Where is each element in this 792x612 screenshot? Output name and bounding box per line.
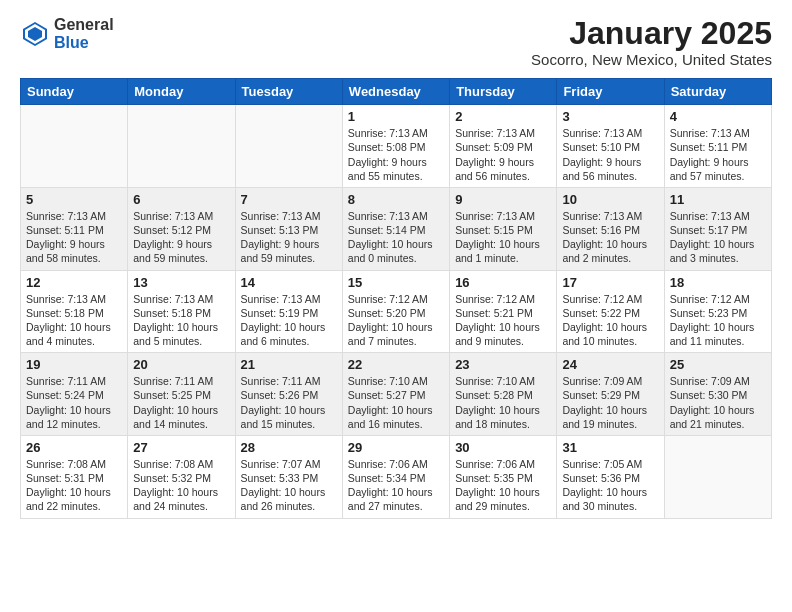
table-row: 22Sunrise: 7:10 AM Sunset: 5:27 PM Dayli…	[342, 353, 449, 436]
table-row: 10Sunrise: 7:13 AM Sunset: 5:16 PM Dayli…	[557, 187, 664, 270]
calendar-table: Sunday Monday Tuesday Wednesday Thursday…	[20, 78, 772, 518]
day-info: Sunrise: 7:13 AM Sunset: 5:18 PM Dayligh…	[26, 292, 122, 349]
day-info: Sunrise: 7:13 AM Sunset: 5:11 PM Dayligh…	[26, 209, 122, 266]
day-number: 27	[133, 440, 229, 455]
table-row: 6Sunrise: 7:13 AM Sunset: 5:12 PM Daylig…	[128, 187, 235, 270]
table-row	[21, 105, 128, 188]
table-row: 30Sunrise: 7:06 AM Sunset: 5:35 PM Dayli…	[450, 435, 557, 518]
day-number: 9	[455, 192, 551, 207]
calendar-week-row: 5Sunrise: 7:13 AM Sunset: 5:11 PM Daylig…	[21, 187, 772, 270]
table-row: 12Sunrise: 7:13 AM Sunset: 5:18 PM Dayli…	[21, 270, 128, 353]
day-number: 31	[562, 440, 658, 455]
day-number: 6	[133, 192, 229, 207]
header-friday: Friday	[557, 79, 664, 105]
logo-general-text: General	[54, 16, 114, 34]
day-info: Sunrise: 7:11 AM Sunset: 5:24 PM Dayligh…	[26, 374, 122, 431]
table-row: 14Sunrise: 7:13 AM Sunset: 5:19 PM Dayli…	[235, 270, 342, 353]
day-number: 14	[241, 275, 337, 290]
day-number: 19	[26, 357, 122, 372]
table-row	[664, 435, 771, 518]
day-info: Sunrise: 7:13 AM Sunset: 5:14 PM Dayligh…	[348, 209, 444, 266]
day-info: Sunrise: 7:13 AM Sunset: 5:16 PM Dayligh…	[562, 209, 658, 266]
logo-text: General Blue	[54, 16, 114, 51]
day-number: 17	[562, 275, 658, 290]
day-number: 2	[455, 109, 551, 124]
day-info: Sunrise: 7:08 AM Sunset: 5:32 PM Dayligh…	[133, 457, 229, 514]
day-info: Sunrise: 7:13 AM Sunset: 5:09 PM Dayligh…	[455, 126, 551, 183]
table-row: 11Sunrise: 7:13 AM Sunset: 5:17 PM Dayli…	[664, 187, 771, 270]
day-info: Sunrise: 7:12 AM Sunset: 5:21 PM Dayligh…	[455, 292, 551, 349]
weekday-header-row: Sunday Monday Tuesday Wednesday Thursday…	[21, 79, 772, 105]
table-row: 2Sunrise: 7:13 AM Sunset: 5:09 PM Daylig…	[450, 105, 557, 188]
table-row: 3Sunrise: 7:13 AM Sunset: 5:10 PM Daylig…	[557, 105, 664, 188]
header-saturday: Saturday	[664, 79, 771, 105]
table-row: 23Sunrise: 7:10 AM Sunset: 5:28 PM Dayli…	[450, 353, 557, 436]
table-row: 1Sunrise: 7:13 AM Sunset: 5:08 PM Daylig…	[342, 105, 449, 188]
day-info: Sunrise: 7:13 AM Sunset: 5:10 PM Dayligh…	[562, 126, 658, 183]
table-row: 8Sunrise: 7:13 AM Sunset: 5:14 PM Daylig…	[342, 187, 449, 270]
table-row: 16Sunrise: 7:12 AM Sunset: 5:21 PM Dayli…	[450, 270, 557, 353]
day-info: Sunrise: 7:07 AM Sunset: 5:33 PM Dayligh…	[241, 457, 337, 514]
header-tuesday: Tuesday	[235, 79, 342, 105]
day-info: Sunrise: 7:06 AM Sunset: 5:35 PM Dayligh…	[455, 457, 551, 514]
day-info: Sunrise: 7:12 AM Sunset: 5:20 PM Dayligh…	[348, 292, 444, 349]
table-row: 18Sunrise: 7:12 AM Sunset: 5:23 PM Dayli…	[664, 270, 771, 353]
location-title: Socorro, New Mexico, United States	[531, 51, 772, 68]
day-number: 5	[26, 192, 122, 207]
day-info: Sunrise: 7:08 AM Sunset: 5:31 PM Dayligh…	[26, 457, 122, 514]
day-number: 24	[562, 357, 658, 372]
table-row: 9Sunrise: 7:13 AM Sunset: 5:15 PM Daylig…	[450, 187, 557, 270]
table-row: 7Sunrise: 7:13 AM Sunset: 5:13 PM Daylig…	[235, 187, 342, 270]
day-number: 8	[348, 192, 444, 207]
day-number: 26	[26, 440, 122, 455]
header-thursday: Thursday	[450, 79, 557, 105]
header-monday: Monday	[128, 79, 235, 105]
table-row: 28Sunrise: 7:07 AM Sunset: 5:33 PM Dayli…	[235, 435, 342, 518]
day-number: 4	[670, 109, 766, 124]
header-wednesday: Wednesday	[342, 79, 449, 105]
logo-icon	[20, 19, 50, 49]
day-number: 23	[455, 357, 551, 372]
header: General Blue January 2025 Socorro, New M…	[20, 16, 772, 68]
table-row: 20Sunrise: 7:11 AM Sunset: 5:25 PM Dayli…	[128, 353, 235, 436]
table-row: 13Sunrise: 7:13 AM Sunset: 5:18 PM Dayli…	[128, 270, 235, 353]
table-row: 26Sunrise: 7:08 AM Sunset: 5:31 PM Dayli…	[21, 435, 128, 518]
page: General Blue January 2025 Socorro, New M…	[0, 0, 792, 539]
day-number: 21	[241, 357, 337, 372]
table-row: 19Sunrise: 7:11 AM Sunset: 5:24 PM Dayli…	[21, 353, 128, 436]
table-row	[235, 105, 342, 188]
day-number: 30	[455, 440, 551, 455]
table-row: 21Sunrise: 7:11 AM Sunset: 5:26 PM Dayli…	[235, 353, 342, 436]
day-number: 10	[562, 192, 658, 207]
day-number: 13	[133, 275, 229, 290]
day-number: 28	[241, 440, 337, 455]
table-row: 5Sunrise: 7:13 AM Sunset: 5:11 PM Daylig…	[21, 187, 128, 270]
table-row: 24Sunrise: 7:09 AM Sunset: 5:29 PM Dayli…	[557, 353, 664, 436]
calendar-week-row: 1Sunrise: 7:13 AM Sunset: 5:08 PM Daylig…	[21, 105, 772, 188]
calendar-week-row: 26Sunrise: 7:08 AM Sunset: 5:31 PM Dayli…	[21, 435, 772, 518]
day-info: Sunrise: 7:06 AM Sunset: 5:34 PM Dayligh…	[348, 457, 444, 514]
header-sunday: Sunday	[21, 79, 128, 105]
day-number: 15	[348, 275, 444, 290]
day-number: 3	[562, 109, 658, 124]
day-info: Sunrise: 7:10 AM Sunset: 5:28 PM Dayligh…	[455, 374, 551, 431]
day-info: Sunrise: 7:05 AM Sunset: 5:36 PM Dayligh…	[562, 457, 658, 514]
day-number: 22	[348, 357, 444, 372]
title-block: January 2025 Socorro, New Mexico, United…	[531, 16, 772, 68]
day-info: Sunrise: 7:13 AM Sunset: 5:18 PM Dayligh…	[133, 292, 229, 349]
table-row: 17Sunrise: 7:12 AM Sunset: 5:22 PM Dayli…	[557, 270, 664, 353]
day-number: 11	[670, 192, 766, 207]
day-number: 16	[455, 275, 551, 290]
table-row: 4Sunrise: 7:13 AM Sunset: 5:11 PM Daylig…	[664, 105, 771, 188]
table-row	[128, 105, 235, 188]
day-info: Sunrise: 7:09 AM Sunset: 5:30 PM Dayligh…	[670, 374, 766, 431]
day-number: 18	[670, 275, 766, 290]
table-row: 29Sunrise: 7:06 AM Sunset: 5:34 PM Dayli…	[342, 435, 449, 518]
day-number: 1	[348, 109, 444, 124]
day-number: 12	[26, 275, 122, 290]
day-info: Sunrise: 7:13 AM Sunset: 5:11 PM Dayligh…	[670, 126, 766, 183]
day-info: Sunrise: 7:11 AM Sunset: 5:25 PM Dayligh…	[133, 374, 229, 431]
calendar-week-row: 19Sunrise: 7:11 AM Sunset: 5:24 PM Dayli…	[21, 353, 772, 436]
day-info: Sunrise: 7:13 AM Sunset: 5:12 PM Dayligh…	[133, 209, 229, 266]
logo-blue-text: Blue	[54, 34, 114, 52]
